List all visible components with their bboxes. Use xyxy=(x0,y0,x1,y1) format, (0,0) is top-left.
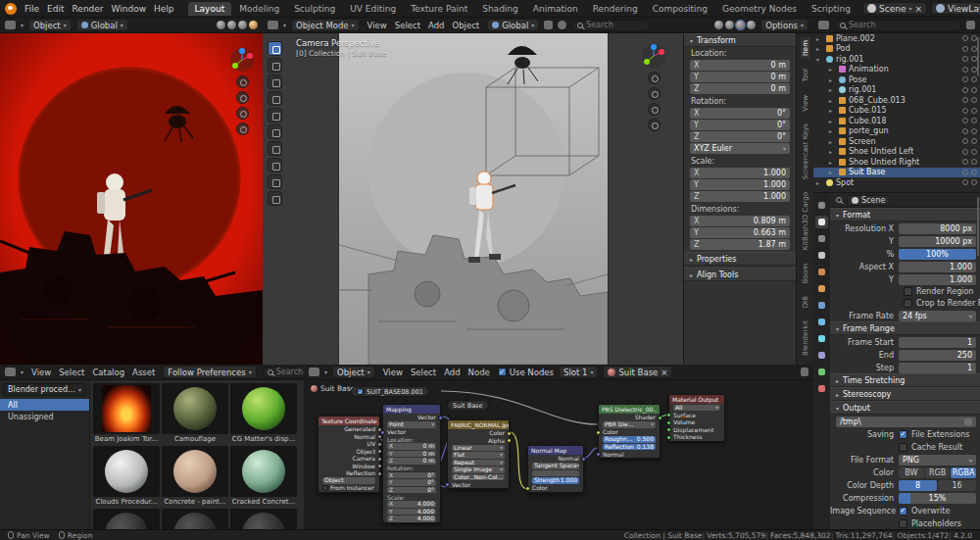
dimension-field[interactable]: Y0.663 m xyxy=(690,227,790,238)
asset-tile[interactable]: Concrete - paint... xyxy=(162,446,228,507)
camera-view-icon[interactable] xyxy=(236,107,249,120)
nav-gizmo-cluster[interactable] xyxy=(641,43,666,131)
asset-menu[interactable]: Catalog xyxy=(89,368,127,377)
asset-menu[interactable]: Asset xyxy=(129,368,158,377)
value-field[interactable]: 10000 px xyxy=(899,236,976,247)
disclosure-arrow-icon[interactable]: ▸ xyxy=(816,45,823,52)
workspace-tab[interactable]: UV Editing xyxy=(343,2,403,16)
pan-icon[interactable] xyxy=(648,87,661,100)
hide-viewport-icon[interactable] xyxy=(962,46,968,52)
output-panel-header[interactable]: Output xyxy=(830,401,980,415)
orientation-dropdown[interactable]: Global▾ xyxy=(487,19,539,31)
disable-render-icon[interactable] xyxy=(971,87,977,93)
color-depth-option[interactable]: 16 xyxy=(938,480,976,491)
tool-move[interactable] xyxy=(268,74,282,89)
tool-add-primitive[interactable] xyxy=(268,174,282,189)
node-mapping[interactable]: Mapping Vector Point▾ Vector Location: X… xyxy=(382,404,441,523)
value-field[interactable]: 1 xyxy=(899,363,976,373)
asset-tile[interactable] xyxy=(230,509,297,529)
tool-cursor[interactable] xyxy=(268,58,282,73)
shading-mode-buttons[interactable] xyxy=(714,21,756,29)
output-socket[interactable] xyxy=(438,416,443,420)
node-normal-map[interactable]: Normal Map Normal Tangent Space▾ Strengt… xyxy=(527,445,584,493)
viewlayer-selector[interactable]: ViewLayer× xyxy=(931,2,980,15)
n-panel-tab[interactable]: Screencast Keys xyxy=(801,121,810,182)
n-panel-tab[interactable]: DIB xyxy=(801,293,810,311)
filter-icon[interactable] xyxy=(966,21,975,29)
tool-transform[interactable] xyxy=(268,124,282,139)
disclosure-arrow-icon[interactable]: ▸ xyxy=(829,159,836,166)
workspace-tab[interactable]: Scripting xyxy=(805,2,858,16)
outliner-row[interactable]: ▸ porte_gun xyxy=(813,126,980,137)
folder-icon[interactable] xyxy=(964,418,972,425)
outliner-row[interactable]: ▸ Shoe Untied Left xyxy=(813,147,980,158)
input-socket[interactable] xyxy=(445,482,450,487)
disclosure-arrow-icon[interactable]: ▸ xyxy=(829,169,836,175)
catalog-item[interactable]: Unassigned xyxy=(0,411,89,422)
disclosure-arrow-icon[interactable]: ▸ xyxy=(829,97,836,104)
dimension-field[interactable]: Z1.87 m xyxy=(690,239,790,250)
hide-viewport-icon[interactable] xyxy=(962,179,968,185)
output-socket[interactable] xyxy=(658,416,662,420)
color-mode-option[interactable]: RGBA xyxy=(951,467,976,478)
editor-type-icon[interactable] xyxy=(818,21,829,29)
n-panel-tab[interactable]: Boom xyxy=(801,261,810,286)
disable-render-icon[interactable] xyxy=(971,138,977,144)
shader-canvas[interactable]: Suit Base▾ SUIT_BASE08.001 Suit Base Tex… xyxy=(304,380,813,529)
value-field[interactable]: 1 xyxy=(899,337,976,348)
workspace-tab[interactable]: Shading xyxy=(475,2,525,16)
toggle-perspective-icon[interactable] xyxy=(236,123,249,135)
hide-viewport-icon[interactable] xyxy=(962,149,968,155)
topbar-menu[interactable]: Help xyxy=(151,4,177,14)
disable-render-icon[interactable] xyxy=(971,149,977,155)
hide-viewport-icon[interactable] xyxy=(962,128,968,134)
properties-tab[interactable] xyxy=(815,382,828,395)
input-socket[interactable] xyxy=(380,430,385,435)
checkbox[interactable] xyxy=(904,287,912,296)
collapsed-panel-header[interactable]: Properties xyxy=(684,252,796,266)
hide-viewport-icon[interactable] xyxy=(962,67,968,73)
orientation-dropdown[interactable]: Global▾ xyxy=(76,19,128,31)
editor-type-icon[interactable] xyxy=(268,21,278,29)
axis-gizmo[interactable] xyxy=(641,43,666,69)
color-mode-option[interactable]: RGB xyxy=(925,467,951,478)
file-format-dropdown[interactable]: PNG▾ xyxy=(899,455,976,466)
output-socket[interactable] xyxy=(507,438,512,443)
workspace-tab[interactable]: Layout xyxy=(188,2,232,16)
disclosure-arrow-icon[interactable]: ▸ xyxy=(829,118,836,124)
outliner-row[interactable]: ▸ Pod xyxy=(813,44,980,55)
node-texture-coordinate[interactable]: Texture Coordinate GeneratedNormalUVObje… xyxy=(318,416,380,493)
outliner-search-input[interactable] xyxy=(849,21,956,29)
input-socket[interactable] xyxy=(596,430,601,435)
properties-tab[interactable] xyxy=(815,299,828,312)
properties-tab[interactable] xyxy=(815,349,828,362)
disable-render-icon[interactable] xyxy=(971,118,977,123)
disable-render-icon[interactable] xyxy=(971,76,977,82)
hide-viewport-icon[interactable] xyxy=(962,56,968,62)
disclosure-arrow-icon[interactable]: ▸ xyxy=(829,76,836,83)
axis-gizmo[interactable] xyxy=(229,47,255,73)
shader-type-dropdown[interactable]: Object▾ xyxy=(332,366,375,378)
hide-viewport-icon[interactable] xyxy=(962,138,968,144)
input-socket[interactable] xyxy=(666,420,671,425)
input-socket[interactable] xyxy=(666,427,671,432)
checkbox[interactable] xyxy=(899,507,907,515)
node-material-output[interactable]: Material Output All▾ SurfaceVolumeDispla… xyxy=(668,394,725,442)
editor-type-icon[interactable] xyxy=(5,368,16,376)
blender-logo-icon[interactable] xyxy=(5,3,17,15)
tool-scale[interactable] xyxy=(268,108,282,123)
hide-viewport-icon[interactable] xyxy=(962,97,968,103)
properties-tab[interactable] xyxy=(815,199,828,212)
properties-tab[interactable] xyxy=(815,366,828,378)
n-panel-tab[interactable]: Item xyxy=(801,37,810,59)
disclosure-arrow-icon[interactable]: ▸ xyxy=(829,86,836,93)
scale-field[interactable]: Y1.000 xyxy=(690,179,790,190)
hide-viewport-icon[interactable] xyxy=(962,35,968,41)
checkbox[interactable] xyxy=(904,299,912,308)
disclosure-arrow-icon[interactable]: ▸ xyxy=(829,66,836,73)
scene-selector[interactable]: Scene▾× xyxy=(862,2,927,15)
checkbox[interactable] xyxy=(357,388,364,395)
compression-slider[interactable]: 15% xyxy=(899,493,976,504)
properties-tab[interactable] xyxy=(815,216,828,228)
outliner-row[interactable]: ▸ Suit Base xyxy=(813,168,980,178)
